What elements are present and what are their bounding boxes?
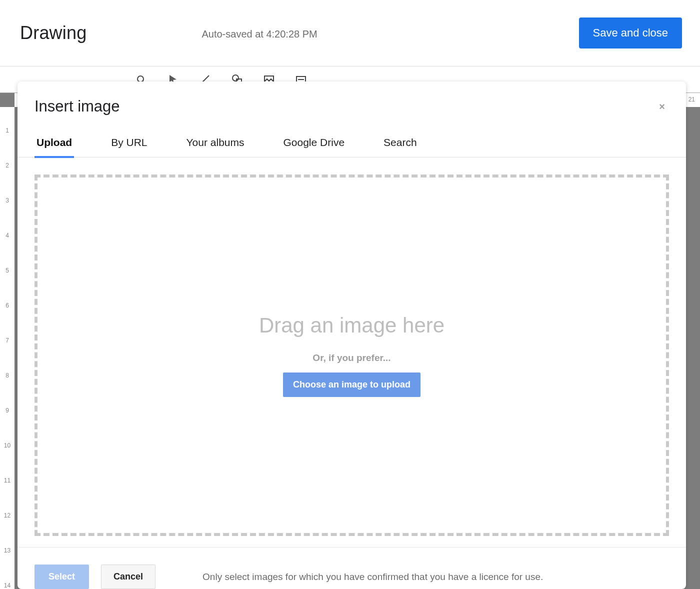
modal-tabs: Upload By URL Your albums Google Drive S… [18, 128, 686, 158]
close-icon[interactable]: × [655, 99, 669, 114]
save-and-close-button[interactable]: Save and close [579, 18, 682, 48]
modal-header: Insert image × [18, 82, 686, 128]
dropzone-heading: Drag an image here [259, 314, 444, 338]
tab-google-drive[interactable]: Google Drive [284, 128, 345, 158]
dropzone-subtext: Or, if you prefer... [312, 352, 390, 364]
upload-dropzone[interactable]: Drag an image here Or, if you prefer... … [34, 174, 669, 536]
cancel-button[interactable]: Cancel [101, 564, 156, 589]
ruler-tick: 9 [0, 407, 14, 414]
ruler-tick: 3 [0, 197, 14, 204]
tab-by-url[interactable]: By URL [111, 128, 147, 158]
drawing-title: Drawing [20, 22, 86, 44]
insert-image-modal: Insert image × Upload By URL Your albums… [18, 82, 686, 589]
select-button[interactable]: Select [34, 564, 89, 589]
ruler-tick: 4 [0, 232, 14, 239]
ruler-tick: 12 [0, 512, 14, 519]
footer-licence-note: Only select images for which you have co… [202, 572, 543, 582]
vertical-ruler: 1 2 3 4 5 6 7 8 9 10 11 12 13 14 [0, 107, 14, 589]
drawing-header: Drawing Auto-saved at 4:20:28 PM Save an… [0, 0, 700, 66]
svg-point-3 [232, 75, 238, 81]
ruler-tick: 13 [0, 547, 14, 554]
ruler-tick: 6 [0, 302, 14, 309]
ruler-tick: 2 [0, 162, 14, 169]
modal-footer: Select Cancel Only select images for whi… [18, 547, 686, 589]
tab-search[interactable]: Search [384, 128, 417, 158]
autosave-status: Auto-saved at 4:20:28 PM [202, 28, 317, 40]
ruler-tick: 10 [0, 442, 14, 449]
ruler-tick: 14 [0, 582, 14, 589]
modal-title: Insert image [34, 98, 120, 116]
tab-upload[interactable]: Upload [36, 128, 72, 158]
dropzone-container: Drag an image here Or, if you prefer... … [18, 158, 686, 547]
ruler-tick: 11 [0, 477, 14, 484]
ruler-tick: 8 [0, 372, 14, 379]
ruler-tick: 5 [0, 267, 14, 274]
ruler-tick: 1 [0, 127, 14, 134]
ruler-tick: 7 [0, 337, 14, 344]
ruler-tick-21: 21 [688, 96, 695, 103]
tab-your-albums[interactable]: Your albums [186, 128, 244, 158]
choose-image-button[interactable]: Choose an image to upload [283, 372, 420, 397]
